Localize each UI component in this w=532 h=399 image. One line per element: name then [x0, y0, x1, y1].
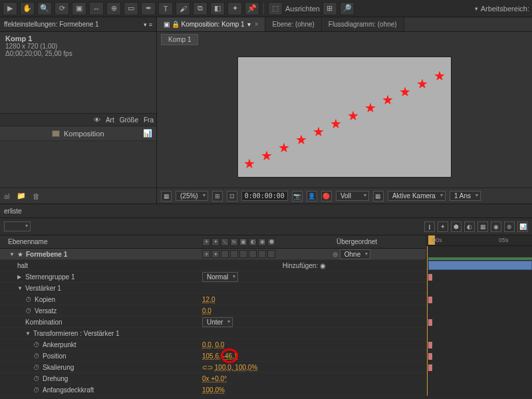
tool-stamp[interactable]: ⧉	[193, 2, 207, 15]
panel-menu-icon[interactable]: ▾ ≡	[144, 21, 152, 28]
prop-row[interactable]: ▼Verstärker 1	[0, 283, 426, 294]
tool-zoom[interactable]: 🔍	[37, 2, 52, 15]
add-icon[interactable]: ◉	[320, 262, 326, 269]
keyframe-marker[interactable]	[428, 342, 432, 348]
workspace-selector[interactable]: ▾ Arbeitsbereich:	[475, 5, 529, 13]
tool-brush[interactable]: 🖌	[176, 2, 190, 15]
channel-icon[interactable]: 🔴	[321, 191, 332, 201]
interpret-icon[interactable]: al	[4, 192, 10, 200]
zoom-dropdown[interactable]: (25%)	[176, 191, 208, 201]
switch-icon[interactable]: ⬢	[267, 238, 275, 246]
col-parent[interactable]: Übergeordnet	[332, 238, 426, 245]
keyframe-marker[interactable]	[428, 364, 432, 371]
tab-composition[interactable]: ▣ 🔒 Komposition: Komp 1 ▾ ×	[157, 17, 265, 31]
tool-pen[interactable]: ✒	[141, 2, 156, 15]
prop-value[interactable]: 12,0	[202, 296, 215, 303]
prop-value[interactable]: 0,0	[202, 307, 211, 315]
tool-misc[interactable]: 🔎	[340, 2, 354, 15]
resolution-dropdown[interactable]: Voll	[336, 191, 369, 201]
stopwatch-icon[interactable]: ⏱	[25, 307, 32, 315]
prop-row[interactable]: ⏱ Kopien 12,0	[0, 294, 426, 305]
timeline-track-area[interactable]: 00s 05s	[426, 235, 532, 396]
prop-row[interactable]: halt Hinzufügen: ◉	[0, 260, 426, 271]
blend-dropdown[interactable]: Normal	[202, 272, 238, 282]
stopwatch-icon[interactable]: ⏱	[33, 352, 40, 360]
tool-hand[interactable]: ✋	[20, 2, 35, 15]
prop-value[interactable]: 100,0, 100,0%	[215, 364, 258, 371]
prop-row[interactable]: ⏱ Ankerpunkt 0,0, 0,0	[0, 339, 426, 350]
switch-icon[interactable]: ＼	[221, 238, 229, 246]
tool-pan[interactable]: ↔	[89, 2, 104, 15]
tl-icon-5[interactable]: ▦	[477, 221, 488, 232]
transparency-icon[interactable]: ▦	[373, 191, 384, 201]
keyframe-marker[interactable]	[428, 274, 432, 281]
parent-dropdown[interactable]: Ohne	[340, 249, 370, 259]
effects-tab[interactable]: ffekteinstellungen: Formebene 1 ▾ ≡	[0, 17, 156, 32]
switch-icon[interactable]: ◐	[249, 238, 257, 246]
col-layername[interactable]: Ebenenname	[0, 238, 200, 245]
tool-eraser[interactable]: ◧	[210, 2, 225, 15]
switch-icon[interactable]: ☀	[202, 238, 210, 246]
keyframe-marker[interactable]	[428, 319, 432, 326]
project-item[interactable]: Komposition 📊	[0, 126, 156, 141]
snap-toggle[interactable]: ⬚	[268, 2, 283, 15]
tool-puppet[interactable]: 📌	[245, 2, 259, 15]
switch-icon[interactable]: ◉	[258, 238, 266, 246]
prop-value-y[interactable]: -46,1	[223, 352, 238, 360]
grid-icon[interactable]: ⊞	[212, 191, 223, 201]
composite-dropdown[interactable]: Unter	[202, 317, 233, 327]
trash-icon[interactable]: 🗑	[33, 192, 40, 200]
close-icon[interactable]: ×	[255, 21, 259, 28]
tool-rotate[interactable]: ⟳	[55, 2, 69, 15]
tab-layer[interactable]: Ebene: (ohne)	[265, 17, 321, 31]
stopwatch-icon[interactable]: ⏱	[33, 386, 40, 394]
search-dropdown[interactable]	[4, 221, 31, 231]
tl-icon-8[interactable]: 📊	[517, 221, 528, 232]
switch-icon[interactable]: fx	[230, 238, 238, 246]
camera-dropdown[interactable]: Aktive Kamera	[388, 191, 446, 201]
prop-row[interactable]: ⏱ Drehung 0x +0,0°	[0, 373, 426, 384]
guides-icon[interactable]: ⊡	[227, 191, 237, 201]
tool-roto[interactable]: ✦	[227, 2, 242, 15]
time-ruler[interactable]: 00s 05s	[426, 235, 532, 246]
tl-icon-4[interactable]: ◐	[464, 221, 475, 232]
bin-icon[interactable]: 📁	[17, 192, 26, 200]
col-fr[interactable]: Fra	[144, 116, 154, 124]
prop-value-x[interactable]: 105,6	[202, 352, 219, 360]
snapshot-icon[interactable]: 📷	[292, 191, 303, 201]
tl-icon-2[interactable]: ✦	[438, 221, 448, 232]
prop-row[interactable]: ▼Transformieren : Verstärker 1	[0, 328, 426, 339]
views-dropdown[interactable]: 1 Ans	[450, 191, 481, 201]
tool-anchor[interactable]: ⊕	[106, 2, 121, 15]
tab-flowchart[interactable]: Flussdiagramm: (ohne)	[322, 17, 404, 31]
prop-row-position[interactable]: ⏱ Position 105,6, -46,1	[0, 350, 426, 362]
tl-icon-7[interactable]: ⊕	[504, 221, 515, 232]
col-size[interactable]: Größe	[120, 116, 138, 124]
prop-row[interactable]: ⏱ Versatz 0,0	[0, 305, 426, 317]
prop-value[interactable]: 0,0, 0,0	[202, 341, 224, 348]
comp-breadcrumb[interactable]: Komp 1	[161, 34, 198, 45]
flowchart-icon[interactable]: 📊	[143, 129, 152, 138]
tl-icon-1[interactable]: ⫿	[424, 221, 435, 232]
prop-row[interactable]: ⏱ Skalierung ⊂⊃ 100,0, 100,0%	[0, 362, 426, 373]
keyframe-marker[interactable]	[428, 353, 432, 360]
stopwatch-icon[interactable]: ⏱	[33, 364, 40, 371]
switch-icon[interactable]: ▣	[239, 238, 247, 246]
stopwatch-icon[interactable]: ⏱	[25, 296, 32, 303]
composition-viewport[interactable]: ★ ★ ★ ★ ★ ★ ★ ★ ★ ★ ★ ★	[157, 47, 532, 188]
show-snapshot-icon[interactable]: 👤	[307, 191, 317, 201]
prop-value[interactable]: 0x +0,0°	[202, 375, 227, 382]
work-area-bar[interactable]	[428, 257, 532, 260]
layer-bar[interactable]	[428, 261, 532, 270]
layer-row[interactable]: ▼ ★ Formebene 1 ☀✦ ⊚ Ohne	[0, 249, 426, 260]
keyframe-marker[interactable]	[428, 297, 432, 303]
col-type[interactable]: Art	[106, 116, 114, 124]
prop-row[interactable]: ▶Sternengruppe 1 Normal	[0, 271, 426, 283]
prop-row[interactable]: ⏱ Anfangsdeckkraft 100,0%	[0, 384, 426, 396]
region-icon[interactable]: ▦	[161, 191, 172, 201]
stopwatch-icon[interactable]: ⏱	[33, 341, 40, 348]
prop-value[interactable]: 100,0%	[202, 386, 225, 394]
tool-camera[interactable]: ▣	[72, 2, 86, 15]
tl-icon-3[interactable]: ⬢	[451, 221, 462, 232]
tool-text[interactable]: T	[158, 2, 173, 15]
